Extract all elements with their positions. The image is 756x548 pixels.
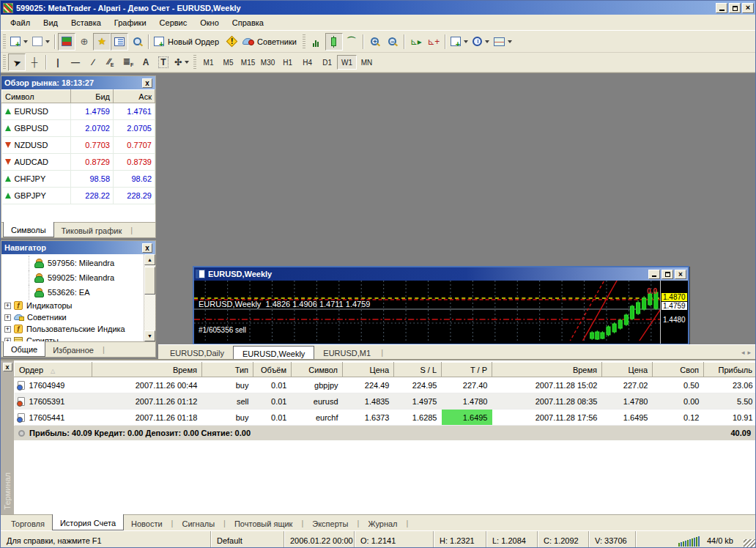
timeframe-h4-button[interactable]: H4 <box>297 55 317 70</box>
line-chart-button[interactable]: ⌒ <box>343 33 360 51</box>
text-label-button[interactable]: T <box>155 53 172 71</box>
account-item[interactable]: 597956: Mileandra <box>1 256 144 270</box>
menu-view[interactable]: Вид <box>37 16 64 29</box>
timeframe-mn-button[interactable]: MN <box>357 55 377 70</box>
tab-favorites[interactable]: Избранное <box>45 342 101 357</box>
data-window-button[interactable]: ⊕ <box>75 33 93 51</box>
chart-tab-weekly[interactable]: EURUSD,Weekly <box>233 346 314 359</box>
scroll-up-icon[interactable]: ▲ <box>144 254 155 265</box>
tab-account-history[interactable]: История Счета <box>52 514 124 530</box>
toolbar-grip[interactable] <box>193 55 196 70</box>
column-open-time[interactable]: Время <box>92 363 202 377</box>
column-close-price[interactable]: Цена <box>602 363 653 377</box>
timeframe-m1-button[interactable]: M1 <box>199 55 218 70</box>
history-row[interactable]: 17605441 2007.11.26 01:18 buy 0.01 eurch… <box>15 410 756 426</box>
auto-scroll-button[interactable]: ⊾▸ <box>407 33 425 51</box>
column-sl[interactable]: S / L <box>394 363 442 377</box>
market-watch-close-button[interactable]: x <box>142 78 152 88</box>
column-open-price[interactable]: Цена <box>343 363 394 377</box>
chart-window-titlebar[interactable]: EURUSD,Weekly × <box>194 267 688 281</box>
tabs-scroll-left-icon[interactable]: ◂ <box>741 349 745 356</box>
price-chart[interactable]: EURUSD,Weekly 1.4826 1.4906 1.4711 1.475… <box>194 281 660 344</box>
close-button[interactable]: × <box>742 3 754 13</box>
timeframe-h1-button[interactable]: H1 <box>278 55 297 70</box>
column-symbol[interactable]: Символ <box>2 90 71 103</box>
chart-tab-m1[interactable]: EURUSD,M1 <box>314 345 379 359</box>
zoom-in-button[interactable]: + <box>366 33 384 51</box>
resize-grip[interactable] <box>744 539 755 548</box>
toolbar-grip[interactable] <box>3 55 6 70</box>
terminal-toggle[interactable] <box>111 33 128 51</box>
quote-row[interactable]: GBPUSD 2.0702 2.0705 <box>2 120 155 137</box>
tab-trade[interactable]: Торговля <box>4 515 52 530</box>
tab-news[interactable]: Новости <box>124 515 170 530</box>
channel-button[interactable]: ∕∕E <box>102 53 119 71</box>
tab-common[interactable]: Общие <box>3 341 45 357</box>
quote-row[interactable]: GBPJPY 228.22 228.29 <box>2 188 155 204</box>
column-close-time[interactable]: Время <box>492 363 602 377</box>
chart-maximize-button[interactable] <box>662 270 673 279</box>
periods-button[interactable] <box>470 33 492 51</box>
column-symbol[interactable]: Символ <box>292 363 343 377</box>
navigator-close-button[interactable]: x <box>142 243 152 253</box>
menu-window[interactable]: Окно <box>193 16 226 29</box>
fibonacci-button[interactable]: ≣F <box>119 53 137 71</box>
history-row[interactable]: 17604949 2007.11.26 00:44 buy 0.01 gbpjp… <box>15 377 756 393</box>
navigator-scrollbar[interactable]: ▲ ▼ <box>144 254 155 341</box>
menu-tools[interactable]: Сервис <box>153 16 194 29</box>
timeframe-d1-button[interactable]: D1 <box>317 55 337 70</box>
vertical-line-button[interactable]: | <box>49 53 67 71</box>
column-type[interactable]: Тип <box>202 363 253 377</box>
bar-chart-button[interactable] <box>308 33 325 51</box>
new-order-button[interactable]: +Новый Ордер <box>152 33 223 51</box>
cursor-button[interactable]: ➤ <box>8 53 26 71</box>
toolbar-grip[interactable] <box>303 34 305 49</box>
timeframe-w1-button[interactable]: W1 <box>337 55 357 70</box>
horizontal-line-button[interactable]: — <box>67 53 84 71</box>
quote-row[interactable]: AUDCAD 0.8729 0.8739 <box>2 154 155 171</box>
scrollbar-thumb[interactable] <box>144 267 155 295</box>
group-custom-indicators[interactable]: +fПользовательские Индика <box>1 323 144 335</box>
navigator-toggle[interactable]: ★ <box>93 33 111 51</box>
scroll-down-icon[interactable]: ▼ <box>144 330 155 341</box>
chart-shift-button[interactable]: ⊾+ <box>425 33 442 51</box>
indicators-button[interactable] <box>492 33 514 51</box>
menu-charts[interactable]: Графики <box>108 16 153 29</box>
timeframe-m30-button[interactable]: M30 <box>258 55 278 70</box>
tab-tick-chart[interactable]: Тиковый график <box>54 223 130 237</box>
new-chart-button[interactable]: + <box>8 33 30 51</box>
group-scripts[interactable]: +Скрипты <box>1 335 144 341</box>
chart-close-button[interactable]: × <box>675 270 686 279</box>
navigator-caption[interactable]: Навигатор x <box>1 241 155 254</box>
expand-icon[interactable]: + <box>4 314 11 321</box>
account-item[interactable]: 553626: EA <box>1 285 144 300</box>
templates-button[interactable]: + <box>448 33 470 51</box>
group-indicators[interactable]: +fИндикаторы <box>1 300 144 311</box>
quote-row[interactable]: NZDUSD 0.7703 0.7707 <box>2 137 155 154</box>
chart-tab-daily[interactable]: EURUSD,Daily <box>161 345 233 359</box>
text-button[interactable]: A <box>137 53 155 71</box>
maximize-button[interactable] <box>729 3 741 13</box>
market-watch-caption[interactable]: Обзор рынка: 18:13:27 x <box>1 76 155 89</box>
minimize-button[interactable] <box>716 3 727 13</box>
column-tp[interactable]: T / P <box>442 363 492 377</box>
terminal-close-button[interactable]: x <box>3 363 12 371</box>
status-profile[interactable]: Default <box>210 531 284 548</box>
arrows-tool-button[interactable]: ✣ <box>172 53 191 71</box>
price-axis[interactable]: 1.4870 1.4759 1.4480 <box>660 281 688 344</box>
menu-insert[interactable]: Вставка <box>64 16 108 29</box>
column-volume[interactable]: Объём <box>253 363 292 377</box>
toolbar-grip[interactable] <box>3 34 6 49</box>
crosshair-button[interactable]: ┼ <box>26 53 43 71</box>
chart-window[interactable]: EURUSD,Weekly × EURUSD,Weekly 1.4826 1.4… <box>193 266 689 345</box>
market-watch-toggle[interactable] <box>58 33 75 51</box>
tab-symbols[interactable]: Символы <box>3 222 54 237</box>
tab-mailbox[interactable]: Почтовый ящик <box>227 515 300 530</box>
column-ask[interactable]: Аск <box>114 90 155 103</box>
group-experts[interactable]: +Советники <box>1 311 144 323</box>
experts-button[interactable]: Советники <box>240 33 300 51</box>
chart-minimize-button[interactable] <box>648 270 660 279</box>
menu-help[interactable]: Справка <box>226 16 270 29</box>
expand-icon[interactable]: + <box>4 303 11 309</box>
column-swap[interactable]: Своп <box>653 363 704 377</box>
